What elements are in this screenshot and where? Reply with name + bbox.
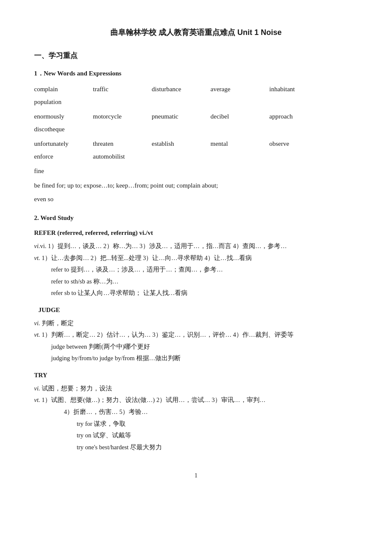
word-observe: observe: [269, 137, 325, 150]
try-best-phrase: try one's best/hardest 尽最大努力: [34, 442, 358, 454]
page-number: 1: [34, 470, 358, 481]
section1-heading: 一、学习重点: [34, 49, 358, 63]
words-row3: unfortunately threaten establish mental …: [34, 137, 358, 163]
word-enforce: enforce: [34, 150, 89, 163]
word-approach: approach: [269, 110, 325, 123]
word-enormously: enormously: [34, 110, 89, 123]
judge-between-phrase: judge between 判断(两个中)哪个更好: [34, 341, 358, 353]
refer-to-sth-phrase: refer to sth/sb as 称…为…: [34, 276, 358, 288]
word-unfortunately: unfortunately: [34, 137, 89, 150]
refer-to-phrase: refer to 提到…，谈及…；涉及…，适用于…；查阅…，参考…: [34, 264, 358, 276]
try-block: TRY vi. 试图，想要；努力，设法 vt. 1）试图、想要(做…)；努力、设…: [34, 370, 358, 453]
try-title: TRY: [34, 370, 358, 381]
try-vt: vt. 1）试图、想要(做…)；努力、设法(做…) 2）试用…，尝试… 3）审讯…: [34, 394, 358, 406]
page-container: 曲阜翰林学校 成人教育英语重点难点 Unit 1 Noise 一、学习重点 1．…: [34, 26, 358, 481]
word-population: population: [34, 95, 89, 108]
refer-vi: vi.vi. 1）提到…，谈及… 2）称…为… 3）涉及…，适用于…，指…而言 …: [34, 240, 358, 252]
word-motorcycle: motorcycle: [93, 110, 148, 123]
word-fine: fine: [34, 165, 89, 177]
word-establish: establish: [152, 137, 207, 150]
sub2-heading: 2. Word Study: [34, 212, 358, 224]
try-on-phrase: try on 试穿、试戴等: [34, 430, 358, 442]
word-complain: complain: [34, 83, 89, 95]
word-inhabitant: inhabitant: [269, 83, 325, 95]
judge-title: JUDGE: [34, 304, 358, 316]
page-title: 曲阜翰林学校 成人教育英语重点难点 Unit 1 Noise: [34, 26, 358, 39]
word-mental: mental: [210, 137, 266, 150]
judging-by-phrase: judging by/from/to judge by/from 根据…做出判断: [34, 353, 358, 364]
try-vt2: 4）折磨…，伤害… 5）考验…: [34, 406, 358, 418]
words-row2: enormously motorcycle pneumatic decibel …: [34, 110, 358, 136]
words-row4: fine: [34, 165, 358, 177]
refer-sb-to-phrase: refer sb to 让某人向…寻求帮助； 让某人找…看病: [34, 287, 358, 299]
judge-vt: vt. 1）判断…，断定… 2）估计…，认为… 3）鉴定…，识别…，评价… 4）…: [34, 329, 358, 341]
word-automobilist: automobilist: [93, 150, 148, 163]
word-pneumatic: pneumatic: [152, 110, 207, 123]
refer-block: REFER (referred, referred, referring) vi…: [34, 227, 358, 299]
phrases-line2: even so: [34, 193, 358, 205]
word-average: average: [210, 83, 266, 95]
judge-block: JUDGE vi. 判断，断定 vt. 1）判断…，断定… 2）估计…，认为… …: [34, 304, 358, 364]
refer-title: REFER (referred, referred, referring) vi…: [34, 227, 358, 239]
refer-vt: vt. 1）让…去参阅… 2）把...转至...处理 3）让…向…寻求帮助 4）…: [34, 252, 358, 264]
word-discotheque: discotheque: [34, 123, 89, 136]
sub1-heading: 1．New Words and Expressions: [34, 68, 358, 79]
word-traffic: traffic: [93, 83, 148, 95]
word-decibel: decibel: [210, 110, 266, 123]
try-vi: vi. 试图，想要；努力，设法: [34, 383, 358, 395]
try-for-phrase: try for 谋求，争取: [34, 418, 358, 430]
judge-vi: vi. 判断，断定: [34, 318, 358, 330]
word-threaten: threaten: [93, 137, 148, 150]
words-row1: complain traffic disturbance average inh…: [34, 83, 358, 108]
word-disturbance: disturbance: [152, 83, 207, 95]
phrases-line1: be fined for; up to; expose…to; keep…fro…: [34, 179, 358, 192]
